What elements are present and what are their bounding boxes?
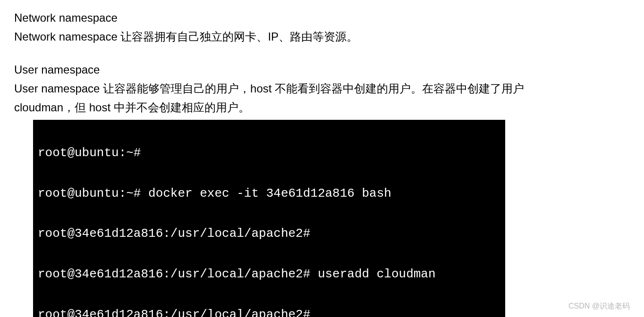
terminal-line: root@34e61d12a816:/usr/local/apache2#	[38, 305, 500, 317]
watermark: CSDN @识途老码	[568, 301, 630, 311]
terminal-line: root@34e61d12a816:/usr/local/apache2# us…	[38, 264, 500, 284]
section2-heading: User namespace	[14, 61, 630, 78]
section2-body-line2: cloudman，但 host 中并不会创建相应的用户。	[14, 99, 630, 116]
terminal-line: root@34e61d12a816:/usr/local/apache2#	[38, 224, 500, 244]
section1-heading: Network namespace	[14, 9, 630, 26]
section-gap	[14, 47, 630, 61]
terminal-line: root@ubuntu:~#	[38, 143, 500, 163]
section1-body: Network namespace 让容器拥有自己独立的网卡、IP、路由等资源。	[14, 28, 630, 45]
terminal-line: root@ubuntu:~# docker exec -it 34e61d12a…	[38, 184, 500, 204]
section2-body-line1: User namespace 让容器能够管理自己的用户，host 不能看到容器中…	[14, 80, 630, 97]
terminal-block: root@ubuntu:~# root@ubuntu:~# docker exe…	[33, 120, 505, 317]
